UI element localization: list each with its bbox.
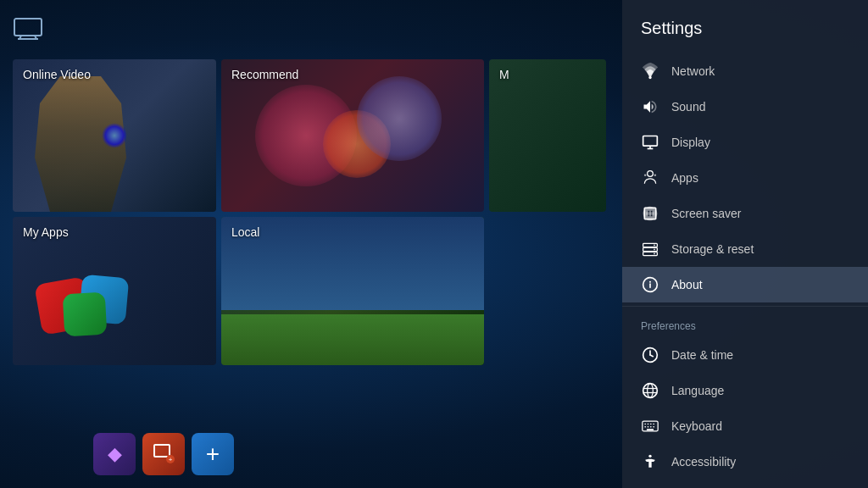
keyboard-icon [641,417,659,435]
sound-icon [641,97,659,116]
accessibility-label: Accessibility [671,455,736,469]
svg-point-26 [643,384,658,398]
settings-item-sound[interactable]: Sound [622,89,868,125]
svg-line-25 [650,355,653,357]
screen-saver-icon [641,204,659,223]
clock-icon [641,346,659,364]
bottom-icon-diamond[interactable]: ◆ [93,433,136,475]
tile-myapps[interactable]: My Apps [13,217,216,365]
storage-reset-label: Storage & reset [671,242,754,256]
about-icon [641,275,659,294]
main-content: Online Video Recommend M My Apps Local [0,0,619,488]
settings-item-date-time[interactable]: Date & time [622,337,868,373]
storage-icon [641,240,659,258]
display-icon [641,133,659,152]
tile-recommend[interactable]: Recommend [221,59,484,212]
settings-item-screen-saver[interactable]: Screen saver [622,196,868,231]
svg-point-7 [648,76,651,79]
svg-point-11 [648,171,654,177]
keyboard-label: Keyboard [671,419,722,433]
screen-saver-label: Screen saver [671,207,741,220]
divider-preferences [622,306,868,307]
apps-icon [641,169,659,187]
about-label: About [671,278,703,291]
header-icon [13,17,606,47]
apps-label: Apps [671,171,698,185]
svg-point-40 [648,455,651,458]
svg-point-19 [654,253,655,255]
svg-rect-0 [14,19,42,36]
date-time-label: Date & time [671,348,733,362]
tile-partial-label: M [499,68,509,81]
bottom-icon-plus[interactable]: + [192,433,234,475]
settings-item-apps[interactable]: Apps [622,160,868,196]
settings-item-accessibility[interactable]: Accessibility [622,444,868,480]
svg-point-27 [648,384,654,398]
bottom-bar: ◆ + + [93,433,234,475]
network-icon [641,62,659,80]
tile-partial[interactable]: M [489,59,606,212]
app-icon-3 [63,292,108,337]
settings-item-keyboard[interactable]: Keyboard [622,408,868,444]
tile-local[interactable]: Local [221,217,484,365]
tile-local-label: Local [231,225,259,239]
svg-rect-4 [154,445,170,457]
settings-item-storage-reset[interactable]: Storage & reset [622,231,868,267]
svg-rect-8 [643,136,658,147]
preferences-section-label: Preferences [622,310,868,337]
settings-item-more-settings[interactable]: More Settings [622,480,868,488]
tile-myapps-label: My Apps [23,225,69,239]
sound-label: Sound [671,100,705,114]
tile-recommend-label: Recommend [231,68,298,81]
blob-3 [357,76,442,161]
svg-point-17 [654,245,655,247]
settings-item-display[interactable]: Display [622,125,868,160]
tiles-grid: Online Video Recommend M My Apps Local [13,59,606,365]
svg-point-13 [654,174,657,176]
arc-reactor-glow [102,123,127,148]
svg-point-12 [644,174,647,176]
bottom-icon-screen[interactable]: + [142,433,185,475]
settings-item-language[interactable]: Language [622,373,868,408]
globe-icon [641,381,659,400]
settings-title: Settings [622,0,868,53]
network-label: Network [671,64,715,78]
settings-item-about[interactable]: About [622,267,868,302]
tile-online-video[interactable]: Online Video [13,59,216,212]
settings-item-network[interactable]: Network [622,53,868,89]
accessibility-icon [641,452,659,471]
tile-online-video-label: Online Video [23,68,91,81]
svg-text:+: + [169,456,173,463]
local-sky [221,217,484,310]
local-grass [221,314,484,365]
display-label: Display [671,136,710,149]
svg-point-18 [654,249,655,251]
language-label: Language [671,384,724,397]
settings-panel: Settings Network Sound [622,0,868,488]
